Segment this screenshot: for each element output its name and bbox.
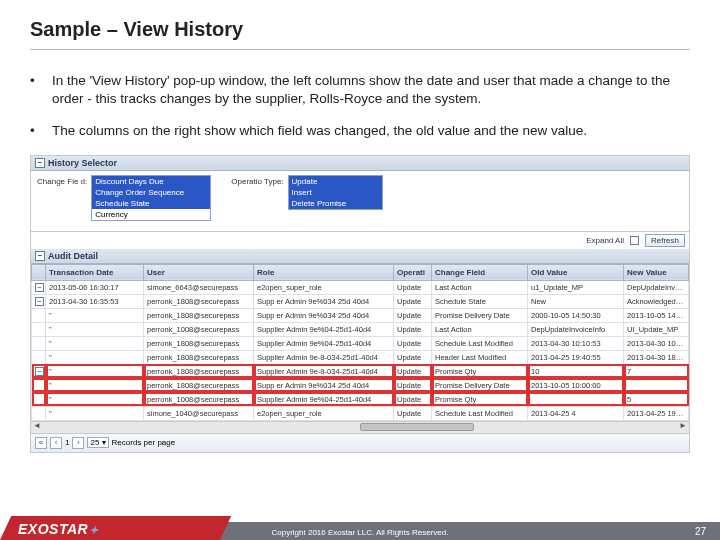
pager-page: 1	[65, 438, 69, 447]
row-collapse-icon[interactable]: −	[35, 297, 44, 306]
page-number: 27	[695, 526, 706, 537]
horizontal-scrollbar[interactable]: ◄ ►	[31, 421, 689, 433]
col-date[interactable]: Transaction Date	[46, 264, 144, 280]
listbox-option[interactable]: Delete Promise	[289, 198, 382, 209]
listbox-option[interactable]: Insert	[289, 187, 382, 198]
refresh-button[interactable]: Refresh	[645, 234, 685, 247]
audit-table: Transaction Date User Role Operati Chang…	[31, 264, 689, 421]
col-role[interactable]: Role	[254, 264, 394, 280]
bullet-marker: •	[30, 72, 52, 108]
history-selector-title: History Selector	[48, 158, 117, 168]
bullet-marker: •	[30, 122, 52, 140]
history-selector-header[interactable]: − History Selector	[31, 156, 689, 171]
bullet-text: The columns on the right show which fiel…	[52, 122, 587, 140]
copyright-text: Copyright 2016 Exostar LLC. All Rights R…	[0, 528, 720, 537]
table-row[interactable]: "simone_1040@securepasse2open_super_role…	[32, 406, 689, 420]
operation-type-label: Operatio Type:	[231, 175, 283, 186]
col-old[interactable]: Old Value	[528, 264, 624, 280]
slide-footer: EXOSTAR✦ Copyright 2016 Exostar LLC. All…	[0, 512, 720, 540]
pager-size-select[interactable]: 25 ▾	[87, 437, 108, 448]
listbox-option[interactable]: Update	[289, 176, 382, 187]
scroll-right-icon[interactable]: ►	[677, 421, 689, 433]
audit-detail-title: Audit Detail	[48, 251, 98, 261]
table-row[interactable]: −2013-04-30 16:35:53perronk_1808@securep…	[32, 294, 689, 308]
app-screenshot: − History Selector Change Fie d: Discoun…	[30, 155, 690, 453]
bullet-text: In the 'View History' pop-up window, the…	[52, 72, 690, 108]
listbox-option[interactable]: Schedule State	[92, 198, 210, 209]
pager: « ‹ 1 › 25 ▾ Records per page	[31, 433, 689, 452]
change-field-listbox[interactable]: Discount Days Due Change Order Sequence …	[91, 175, 211, 221]
audit-detail-header[interactable]: − Audit Detail	[31, 249, 689, 264]
table-row[interactable]: "perronk_1808@securepassSupp er Admin 9e…	[32, 308, 689, 322]
table-row[interactable]: "perronk_1008@securepassSupplier Admin 9…	[32, 392, 689, 406]
listbox-option[interactable]: Discount Days Due	[92, 176, 210, 187]
table-row[interactable]: "perronk_1808@securepassSupp er Admin 9e…	[32, 378, 689, 392]
row-collapse-icon[interactable]: −	[35, 367, 44, 376]
expand-all-label[interactable]: Expand All	[586, 236, 624, 245]
col-user[interactable]: User	[144, 264, 254, 280]
table-header-row: Transaction Date User Role Operati Chang…	[32, 264, 689, 280]
pager-label: Records per page	[112, 438, 176, 447]
col-op[interactable]: Operati	[394, 264, 432, 280]
col-toggle	[32, 264, 46, 280]
listbox-option[interactable]: Change Order Sequence	[92, 187, 210, 198]
table-row[interactable]: "perronk_1808@securepassSupplier Admin 9…	[32, 350, 689, 364]
listbox-option[interactable]: Currency	[92, 209, 210, 220]
table-row[interactable]: "perronk_1008@securepassSupplier Admin 9…	[32, 322, 689, 336]
table-row[interactable]: "perronk_1808@securepassSupplier Admin 9…	[32, 336, 689, 350]
slide-title: Sample – View History	[30, 18, 690, 50]
operation-type-listbox[interactable]: Update Insert Delete Promise	[288, 175, 383, 210]
table-row[interactable]: −2013-05-06 16:30:17simone_6643@securepa…	[32, 280, 689, 294]
table-row[interactable]: −"perronk_1808@securepassSupplier Admin …	[32, 364, 689, 378]
col-new[interactable]: New Value	[624, 264, 689, 280]
pager-prev-button[interactable]: ‹	[50, 437, 62, 449]
bullet-list: • In the 'View History' pop-up window, t…	[30, 72, 690, 141]
collapse-icon[interactable]: −	[35, 158, 45, 168]
scroll-left-icon[interactable]: ◄	[31, 421, 43, 433]
pager-first-button[interactable]: «	[35, 437, 47, 449]
expand-all-checkbox[interactable]	[630, 236, 639, 245]
row-collapse-icon[interactable]: −	[35, 283, 44, 292]
scroll-thumb[interactable]	[360, 423, 474, 431]
collapse-icon[interactable]: −	[35, 251, 45, 261]
pager-next-button[interactable]: ›	[72, 437, 84, 449]
change-field-label: Change Fie d:	[37, 175, 87, 186]
col-field[interactable]: Change Field	[432, 264, 528, 280]
